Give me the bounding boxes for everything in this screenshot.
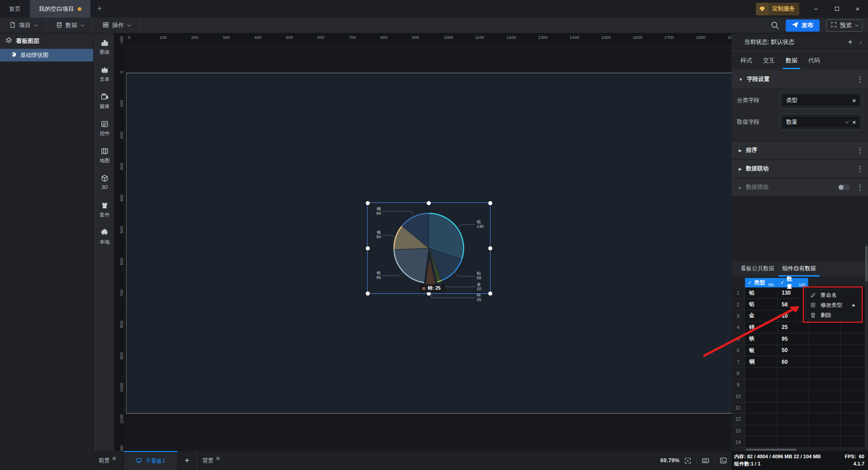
table-cell[interactable]: [808, 334, 840, 344]
table-row[interactable]: 5铁95: [731, 334, 865, 345]
table-row[interactable]: 14: [731, 437, 865, 448]
rail-item-地图[interactable]: 地图: [94, 142, 116, 169]
data-tab-看板公共数据[interactable]: 看板公共数据: [740, 261, 775, 277]
add-board-button[interactable]: +: [178, 451, 197, 470]
table-row[interactable]: 7铜60: [731, 356, 865, 367]
section-field-settings[interactable]: ▼ 字段设置: [731, 70, 868, 88]
table-cell[interactable]: [808, 437, 840, 447]
fit-screen-icon[interactable]: [684, 457, 691, 464]
table-row[interactable]: 13: [731, 425, 865, 437]
table-cell[interactable]: [840, 334, 865, 344]
table-row[interactable]: 10: [731, 391, 865, 402]
background-button[interactable]: 背景⊕: [197, 451, 226, 470]
table-cell[interactable]: [808, 391, 840, 402]
expand-states-button[interactable]: ›: [860, 39, 862, 46]
clear-field-icon[interactable]: ×: [852, 119, 856, 126]
table-cell[interactable]: [745, 402, 778, 413]
table-cell[interactable]: [808, 322, 840, 333]
maximize-button[interactable]: [826, 0, 847, 18]
app-tab[interactable]: 首页: [0, 0, 30, 18]
selection-handle[interactable]: [366, 246, 370, 250]
table-cell[interactable]: [808, 425, 840, 436]
design-canvas[interactable]: 0100200300400500600700800900100011001200…: [114, 33, 731, 451]
column-header-数量[interactable]: ✓数量123: [778, 278, 808, 287]
selection-handle[interactable]: [366, 201, 370, 205]
rail-item-控件[interactable]: 控件: [94, 115, 116, 142]
table-cell[interactable]: [745, 368, 778, 379]
search-icon[interactable]: [771, 21, 779, 30]
selection-box[interactable]: [367, 202, 491, 294]
zoom-percent[interactable]: 69.79%: [660, 457, 679, 464]
table-cell[interactable]: [778, 391, 808, 402]
table-cell[interactable]: 130: [778, 287, 808, 298]
table-cell[interactable]: [808, 414, 840, 424]
inspector-tab-代码[interactable]: 代码: [807, 56, 822, 69]
selection-handle[interactable]: [488, 291, 492, 296]
table-cell[interactable]: 铜: [745, 356, 778, 367]
table-cell[interactable]: [840, 345, 865, 356]
table-cell[interactable]: [808, 356, 840, 367]
table-cell[interactable]: [778, 414, 808, 424]
close-button[interactable]: ×: [847, 0, 868, 18]
inspector-tab-数据[interactable]: 数据: [784, 56, 799, 69]
table-cell[interactable]: 铝: [745, 299, 778, 310]
table-cell[interactable]: 95: [778, 334, 808, 344]
section-数据筛选[interactable]: ▶数据筛选: [731, 179, 868, 196]
column-header-类型[interactable]: ✓类型Str.: [745, 278, 778, 287]
table-cell[interactable]: 50: [778, 345, 808, 356]
table-cell[interactable]: [778, 425, 808, 436]
table-row[interactable]: 8: [731, 368, 865, 379]
table-cell[interactable]: 58: [778, 299, 808, 310]
section-数据联动[interactable]: ▶数据联动: [731, 160, 868, 178]
custom-service-badge[interactable]: 定制服务: [756, 3, 799, 15]
table-cell[interactable]: [745, 414, 778, 424]
inspector-tab-交互[interactable]: 交互: [761, 56, 777, 69]
table-row[interactable]: 9: [731, 379, 865, 390]
table-vertical-scrollbar[interactable]: [865, 244, 868, 449]
section-menu-icon[interactable]: [859, 184, 861, 191]
table-cell[interactable]: [840, 368, 865, 379]
publish-button[interactable]: 发布: [786, 19, 820, 32]
selection-handle[interactable]: [488, 246, 492, 250]
table-cell[interactable]: 金: [745, 310, 778, 321]
table-cell[interactable]: [808, 345, 840, 356]
section-menu-icon[interactable]: [859, 147, 861, 154]
table-cell[interactable]: [778, 368, 808, 379]
table-cell[interactable]: [745, 379, 778, 390]
terminal-icon[interactable]: [720, 457, 727, 464]
preview-button[interactable]: 预览: [826, 19, 863, 32]
section-toggle[interactable]: [838, 184, 850, 190]
selection-handle[interactable]: [488, 201, 492, 205]
table-cell[interactable]: [840, 437, 865, 447]
table-cell[interactable]: [808, 402, 840, 413]
menu-item-操作[interactable]: 操作: [93, 18, 140, 33]
rail-item-媒体[interactable]: 媒体: [94, 88, 116, 115]
app-tab[interactable]: 我的空白项目: [30, 0, 90, 18]
table-row[interactable]: 4锌25: [731, 322, 865, 333]
section-menu-icon[interactable]: [859, 166, 861, 172]
table-cell[interactable]: [840, 402, 865, 413]
table-cell[interactable]: [808, 368, 840, 379]
clear-field-icon[interactable]: ×: [852, 97, 856, 104]
table-cell[interactable]: [840, 414, 865, 424]
table-cell[interactable]: [778, 437, 808, 447]
table-cell[interactable]: 25: [778, 322, 808, 333]
new-tab-button[interactable]: +: [90, 0, 108, 18]
add-background-icon[interactable]: ⊕: [216, 456, 220, 461]
table-cell[interactable]: 铅: [745, 287, 778, 298]
table-cell[interactable]: [840, 356, 865, 367]
table-cell[interactable]: [778, 402, 808, 413]
table-cell[interactable]: [745, 437, 778, 447]
menu-item-项目[interactable]: 项目: [0, 18, 47, 33]
menu-item-数据[interactable]: 数据: [47, 18, 93, 33]
table-cell[interactable]: 锌: [745, 322, 778, 333]
sub-board-tab[interactable]: 子看板1: [123, 451, 177, 470]
table-cell[interactable]: [745, 391, 778, 402]
minimize-button[interactable]: −: [806, 0, 826, 18]
table-row[interactable]: 6银50: [731, 345, 865, 356]
table-row[interactable]: 11: [731, 402, 865, 414]
add-foreground-icon[interactable]: ⊕: [112, 456, 116, 461]
table-cell[interactable]: [840, 379, 865, 390]
section-排序[interactable]: ▶排序: [731, 141, 868, 159]
context-menu-item-修改类型[interactable]: 修改类型▶: [806, 300, 860, 310]
